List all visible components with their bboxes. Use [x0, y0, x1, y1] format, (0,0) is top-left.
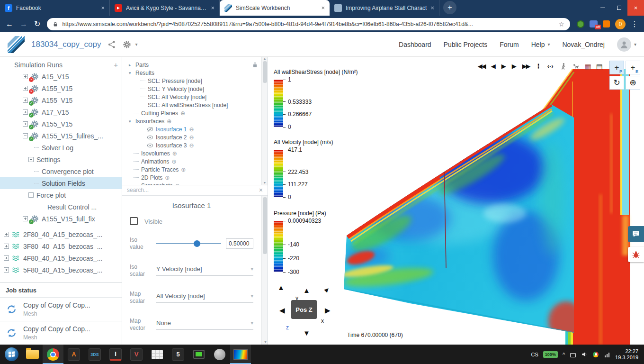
- result-viewport[interactable]: All wallShearStress [node] (N/m²) 1 0.53…: [268, 57, 644, 345]
- slider-track[interactable]: [156, 243, 221, 244]
- remove-isosurface-icon[interactable]: ⊖: [189, 142, 194, 149]
- taskbar-clock[interactable]: 22:27 19.3.2019: [615, 348, 638, 361]
- visible-checkbox[interactable]: [130, 217, 138, 225]
- pan-left-button[interactable]: ◀: [279, 306, 285, 315]
- job-item[interactable]: Copy of Copy of Cop... Mesh: [0, 297, 122, 321]
- tab-close-icon[interactable]: ×: [211, 4, 215, 11]
- tree-row-scl-pressure[interactable]: SCL: Pressure [node]: [129, 77, 261, 85]
- tree-row-run-a17-v15[interactable]: ✓ A17_V15: [0, 106, 122, 118]
- language-indicator[interactable]: CS: [531, 352, 538, 357]
- add-cutting-plane-icon[interactable]: ⊕: [180, 110, 185, 117]
- search-clear-icon[interactable]: ×: [259, 186, 263, 194]
- tree-row-mesh-2f80[interactable]: 2F80_40_A15_bezocas_...: [0, 228, 122, 240]
- nav-help[interactable]: Help: [531, 41, 545, 48]
- window-close-button[interactable]: ×: [627, 0, 644, 16]
- expand-icon[interactable]: [23, 74, 28, 79]
- mesh-grid-icon[interactable]: ▦: [585, 63, 591, 71]
- taskbar-app-5[interactable]: 5: [168, 345, 188, 364]
- add-screenshot-icon[interactable]: ⊕: [175, 182, 180, 185]
- visibility-icon[interactable]: [147, 142, 153, 149]
- back-button[interactable]: ←: [6, 20, 13, 28]
- properties-scrollbar[interactable]: ▼: [261, 196, 268, 345]
- tree-row-cutting-planes[interactable]: Cutting Planes ⊕: [129, 109, 261, 117]
- first-frame-button[interactable]: ◀◀: [478, 63, 486, 70]
- add-particle-trace-icon[interactable]: ⊕: [181, 166, 186, 173]
- chrome-tray-icon[interactable]: [592, 352, 599, 357]
- tree-row-run-a155-v15-fullres[interactable]: ✓ A155_V15_fullres_...: [0, 130, 122, 142]
- bug-report-button[interactable]: [628, 247, 644, 262]
- tree-row-mesh-3f80[interactable]: 3F80_40_A15_bezocas_...: [0, 240, 122, 252]
- tree-row-convergence-plot[interactable]: Convergence plot: [0, 165, 122, 177]
- play-button[interactable]: ▶: [501, 63, 507, 70]
- tree-row-run-a155-v15-b[interactable]: ✓ A155_V15: [0, 94, 122, 106]
- tree-row-scl-wallshearstress[interactable]: SCL: All wallShearStress [node]: [129, 101, 261, 109]
- nav-public-projects[interactable]: Public Projects: [444, 41, 488, 48]
- slider-handle[interactable]: [194, 240, 200, 247]
- add-isovolume-icon[interactable]: ⊕: [172, 150, 177, 157]
- visibility-icon[interactable]: [147, 134, 153, 141]
- tree-row-run-a155-v15-c[interactable]: ✓ A155_V15: [0, 118, 122, 130]
- window-maximize-button[interactable]: [611, 0, 627, 16]
- tree-row-parts[interactable]: ▸ Parts: [129, 61, 261, 69]
- expand-icon[interactable]: [4, 244, 9, 249]
- next-frame-button[interactable]: ▶: [512, 63, 518, 70]
- pan-up-left-button[interactable]: ▲: [277, 283, 285, 291]
- tree-row-run-a155-v15-a[interactable]: × A155_V15: [0, 82, 122, 94]
- probe-point-button[interactable]: + P: [609, 61, 624, 74]
- pan-up-button[interactable]: ▲: [303, 286, 310, 294]
- last-frame-button[interactable]: ▶▶: [522, 63, 531, 70]
- map-vector-dropdown[interactable]: None ▾: [156, 319, 253, 330]
- tab-close-icon[interactable]: ×: [430, 4, 434, 11]
- add-run-icon[interactable]: +: [114, 61, 118, 69]
- expand-icon[interactable]: [23, 109, 28, 115]
- new-tab-button[interactable]: +: [443, 1, 456, 14]
- avatar-caret-icon[interactable]: ▾: [634, 42, 636, 47]
- tree-row-settings[interactable]: Settings: [0, 154, 122, 165]
- center-view-button[interactable]: ⊕: [626, 76, 640, 90]
- expand-icon[interactable]: [4, 255, 9, 261]
- tree-row-isosurface-3[interactable]: Isosurface 3 ⊖: [129, 141, 261, 149]
- tree-row-run-a15-v15[interactable]: × A15_V15: [0, 71, 122, 82]
- display-tray-icon[interactable]: [570, 352, 576, 357]
- iso-scalar-dropdown[interactable]: Y Velocity [node] ▾: [156, 265, 253, 276]
- tree-row-scl-all-velocity[interactable]: SCL: All Velocity [node]: [129, 93, 261, 101]
- tab-simscale-workbench[interactable]: SimScale Workbench ×: [220, 0, 330, 16]
- job-item[interactable]: Copy of Copy of Cop... Mesh: [0, 321, 122, 345]
- taskbar-file-explorer[interactable]: [22, 345, 43, 364]
- pan-down-button[interactable]: ▼: [303, 329, 310, 337]
- address-bar[interactable]: https://www.simscale.com/workbench/?pid=…: [47, 18, 570, 30]
- username[interactable]: Novak_Ondrej: [562, 41, 605, 48]
- network-tray-icon[interactable]: [604, 352, 610, 357]
- iso-value-slider[interactable]: [156, 240, 221, 247]
- tree-row-results[interactable]: ▾ Results: [129, 69, 261, 77]
- collapse-icon[interactable]: [23, 133, 28, 138]
- taskbar-app-autocad[interactable]: A: [63, 345, 84, 364]
- reload-button[interactable]: ↻: [34, 20, 40, 28]
- add-2d-plot-icon[interactable]: ⊕: [165, 174, 170, 181]
- remove-isosurface-icon[interactable]: ⊖: [189, 134, 194, 141]
- extension-orange-icon[interactable]: [603, 20, 610, 27]
- collapse-icon[interactable]: [28, 192, 34, 198]
- previous-frame-button[interactable]: ◀: [491, 63, 497, 70]
- chevron-down-icon[interactable]: ▾: [129, 71, 133, 75]
- gear-caret-icon[interactable]: ▾: [135, 42, 137, 47]
- expand-icon[interactable]: [4, 232, 9, 237]
- tab-close-icon[interactable]: ×: [321, 4, 325, 11]
- scroll-down-icon[interactable]: ▼: [264, 340, 267, 344]
- scrollbar-thumb[interactable]: [263, 61, 267, 83]
- tree-row-result-control[interactable]: Result Control ...: [0, 201, 122, 213]
- tree-row-scl-y-velocity[interactable]: SCL: Y Velocity [node]: [129, 85, 261, 93]
- nav-dashboard[interactable]: Dashboard: [399, 41, 431, 48]
- tree-row-animations[interactable]: Animations ⊕: [129, 157, 261, 165]
- expand-icon[interactable]: [23, 86, 28, 91]
- remove-isosurface-icon[interactable]: ⊖: [189, 126, 194, 133]
- tree-row-screenshots[interactable]: Screenshots ⊕: [129, 182, 261, 185]
- nav-forum[interactable]: Forum: [500, 41, 519, 48]
- profile-button[interactable]: 0: [615, 19, 626, 29]
- tree-row-force-plot[interactable]: Force plot: [0, 189, 122, 201]
- user-avatar[interactable]: [617, 37, 631, 52]
- taskbar-app-window[interactable]: [147, 345, 168, 364]
- expand-icon[interactable]: [23, 216, 28, 221]
- pos-z-view-button[interactable]: Pos Z: [291, 300, 317, 319]
- fly-mode-icon[interactable]: [572, 63, 580, 71]
